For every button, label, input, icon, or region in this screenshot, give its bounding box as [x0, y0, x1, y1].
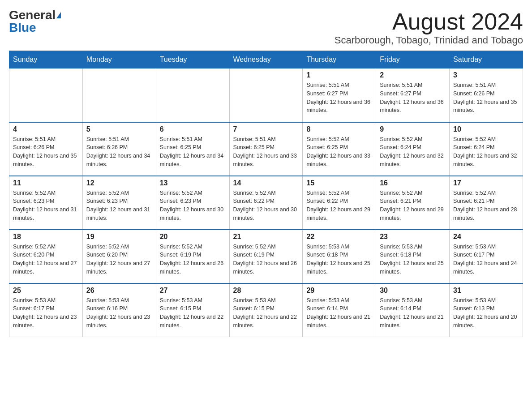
day-info: Sunrise: 5:52 AMSunset: 6:23 PMDaylight:… [13, 189, 79, 223]
calendar-cell: 28Sunrise: 5:53 AMSunset: 6:15 PMDayligh… [229, 283, 303, 337]
calendar-cell: 29Sunrise: 5:53 AMSunset: 6:14 PMDayligh… [303, 283, 376, 337]
calendar-cell: 4Sunrise: 5:51 AMSunset: 6:26 PMDaylight… [9, 122, 83, 176]
day-info: Sunrise: 5:52 AMSunset: 6:20 PMDaylight:… [86, 243, 152, 276]
day-info: Sunrise: 5:53 AMSunset: 6:15 PMDaylight:… [233, 296, 299, 330]
day-number: 29 [306, 287, 372, 295]
calendar-week-row: 4Sunrise: 5:51 AMSunset: 6:26 PMDaylight… [9, 122, 523, 176]
day-header-sunday: Sunday [9, 51, 83, 68]
day-info: Sunrise: 5:52 AMSunset: 6:23 PMDaylight:… [86, 189, 152, 223]
calendar-table: SundayMondayTuesdayWednesdayThursdayFrid… [9, 51, 523, 337]
calendar-cell: 5Sunrise: 5:51 AMSunset: 6:26 PMDaylight… [82, 122, 156, 176]
calendar-cell: 19Sunrise: 5:52 AMSunset: 6:20 PMDayligh… [82, 230, 156, 283]
calendar-cell: 14Sunrise: 5:52 AMSunset: 6:22 PMDayligh… [229, 176, 303, 230]
day-info: Sunrise: 5:52 AMSunset: 6:20 PMDaylight:… [13, 243, 79, 276]
day-info: Sunrise: 5:52 AMSunset: 6:22 PMDaylight:… [233, 189, 299, 223]
day-info: Sunrise: 5:53 AMSunset: 6:13 PMDaylight:… [453, 296, 519, 330]
day-info: Sunrise: 5:52 AMSunset: 6:22 PMDaylight:… [306, 189, 372, 223]
day-info: Sunrise: 5:52 AMSunset: 6:24 PMDaylight:… [453, 135, 519, 169]
calendar-cell: 26Sunrise: 5:53 AMSunset: 6:16 PMDayligh… [82, 283, 156, 337]
calendar-cell [229, 68, 303, 122]
calendar-cell: 31Sunrise: 5:53 AMSunset: 6:13 PMDayligh… [450, 283, 523, 337]
day-number: 31 [453, 287, 519, 295]
day-header-saturday: Saturday [450, 51, 523, 68]
calendar-week-row: 18Sunrise: 5:52 AMSunset: 6:20 PMDayligh… [9, 230, 523, 283]
day-header-wednesday: Wednesday [229, 51, 303, 68]
day-info: Sunrise: 5:52 AMSunset: 6:25 PMDaylight:… [306, 135, 372, 169]
day-info: Sunrise: 5:52 AMSunset: 6:23 PMDaylight:… [160, 189, 226, 223]
calendar-cell: 17Sunrise: 5:52 AMSunset: 6:21 PMDayligh… [450, 176, 523, 230]
day-number: 9 [380, 125, 446, 133]
day-number: 21 [233, 233, 299, 241]
calendar-cell [9, 68, 83, 122]
calendar-cell: 10Sunrise: 5:52 AMSunset: 6:24 PMDayligh… [450, 122, 523, 176]
day-info: Sunrise: 5:53 AMSunset: 6:15 PMDaylight:… [160, 296, 226, 330]
day-number: 26 [86, 287, 152, 295]
calendar-cell: 16Sunrise: 5:52 AMSunset: 6:21 PMDayligh… [376, 176, 450, 230]
day-number: 18 [13, 233, 79, 241]
day-number: 22 [306, 233, 372, 241]
title-section: August 2024 Scarborough, Tobago, Trinida… [335, 9, 523, 46]
logo-blue: Blue [9, 21, 36, 34]
calendar-week-row: 1Sunrise: 5:51 AMSunset: 6:27 PMDaylight… [9, 68, 523, 122]
calendar-cell: 18Sunrise: 5:52 AMSunset: 6:20 PMDayligh… [9, 230, 83, 283]
calendar-cell: 11Sunrise: 5:52 AMSunset: 6:23 PMDayligh… [9, 176, 83, 230]
calendar-cell: 25Sunrise: 5:53 AMSunset: 6:17 PMDayligh… [9, 283, 83, 337]
location-title: Scarborough, Tobago, Trinidad and Tobago [335, 34, 523, 46]
calendar-cell: 12Sunrise: 5:52 AMSunset: 6:23 PMDayligh… [82, 176, 156, 230]
logo-general: General [9, 9, 56, 21]
calendar-cell: 24Sunrise: 5:53 AMSunset: 6:17 PMDayligh… [450, 230, 523, 283]
day-info: Sunrise: 5:51 AMSunset: 6:26 PMDaylight:… [86, 135, 152, 169]
calendar-cell: 21Sunrise: 5:52 AMSunset: 6:19 PMDayligh… [229, 230, 303, 283]
month-title: August 2024 [335, 9, 523, 34]
calendar-cell: 20Sunrise: 5:52 AMSunset: 6:19 PMDayligh… [156, 230, 229, 283]
logo-triangle-icon [56, 12, 61, 18]
day-number: 15 [306, 179, 372, 187]
day-header-friday: Friday [376, 51, 450, 68]
day-info: Sunrise: 5:52 AMSunset: 6:19 PMDaylight:… [160, 243, 226, 276]
calendar-cell: 3Sunrise: 5:51 AMSunset: 6:26 PMDaylight… [450, 68, 523, 122]
day-info: Sunrise: 5:53 AMSunset: 6:14 PMDaylight:… [380, 296, 446, 330]
day-info: Sunrise: 5:52 AMSunset: 6:21 PMDaylight:… [453, 189, 519, 223]
day-number: 8 [306, 125, 372, 133]
calendar-cell: 7Sunrise: 5:51 AMSunset: 6:25 PMDaylight… [229, 122, 303, 176]
calendar-cell [82, 68, 156, 122]
day-number: 24 [453, 233, 519, 241]
logo: General Blue [9, 9, 61, 34]
calendar-cell: 1Sunrise: 5:51 AMSunset: 6:27 PMDaylight… [303, 68, 376, 122]
calendar-cell: 9Sunrise: 5:52 AMSunset: 6:24 PMDaylight… [376, 122, 450, 176]
calendar-cell: 30Sunrise: 5:53 AMSunset: 6:14 PMDayligh… [376, 283, 450, 337]
day-number: 7 [233, 125, 299, 133]
day-number: 4 [13, 125, 79, 133]
day-number: 17 [453, 179, 519, 187]
day-info: Sunrise: 5:51 AMSunset: 6:26 PMDaylight:… [453, 81, 519, 115]
day-number: 1 [306, 71, 372, 79]
day-number: 6 [160, 125, 226, 133]
calendar-cell: 13Sunrise: 5:52 AMSunset: 6:23 PMDayligh… [156, 176, 229, 230]
calendar-cell: 27Sunrise: 5:53 AMSunset: 6:15 PMDayligh… [156, 283, 229, 337]
day-header-monday: Monday [82, 51, 156, 68]
day-info: Sunrise: 5:51 AMSunset: 6:27 PMDaylight:… [380, 81, 446, 115]
day-header-thursday: Thursday [303, 51, 376, 68]
day-number: 10 [453, 125, 519, 133]
calendar-header-row: SundayMondayTuesdayWednesdayThursdayFrid… [9, 51, 523, 68]
calendar-cell: 6Sunrise: 5:51 AMSunset: 6:25 PMDaylight… [156, 122, 229, 176]
day-info: Sunrise: 5:53 AMSunset: 6:18 PMDaylight:… [380, 243, 446, 276]
day-number: 2 [380, 71, 446, 79]
day-number: 16 [380, 179, 446, 187]
calendar-cell: 23Sunrise: 5:53 AMSunset: 6:18 PMDayligh… [376, 230, 450, 283]
calendar-cell: 8Sunrise: 5:52 AMSunset: 6:25 PMDaylight… [303, 122, 376, 176]
day-number: 14 [233, 179, 299, 187]
calendar-week-row: 11Sunrise: 5:52 AMSunset: 6:23 PMDayligh… [9, 176, 523, 230]
day-number: 12 [86, 179, 152, 187]
day-info: Sunrise: 5:51 AMSunset: 6:25 PMDaylight:… [233, 135, 299, 169]
day-info: Sunrise: 5:51 AMSunset: 6:26 PMDaylight:… [13, 135, 79, 169]
day-info: Sunrise: 5:53 AMSunset: 6:17 PMDaylight:… [13, 296, 79, 330]
calendar-cell: 22Sunrise: 5:53 AMSunset: 6:18 PMDayligh… [303, 230, 376, 283]
day-info: Sunrise: 5:53 AMSunset: 6:18 PMDaylight:… [306, 243, 372, 276]
day-number: 27 [160, 287, 226, 295]
day-info: Sunrise: 5:52 AMSunset: 6:24 PMDaylight:… [380, 135, 446, 169]
day-number: 30 [380, 287, 446, 295]
day-header-tuesday: Tuesday [156, 51, 229, 68]
day-info: Sunrise: 5:51 AMSunset: 6:25 PMDaylight:… [160, 135, 226, 169]
day-number: 25 [13, 287, 79, 295]
